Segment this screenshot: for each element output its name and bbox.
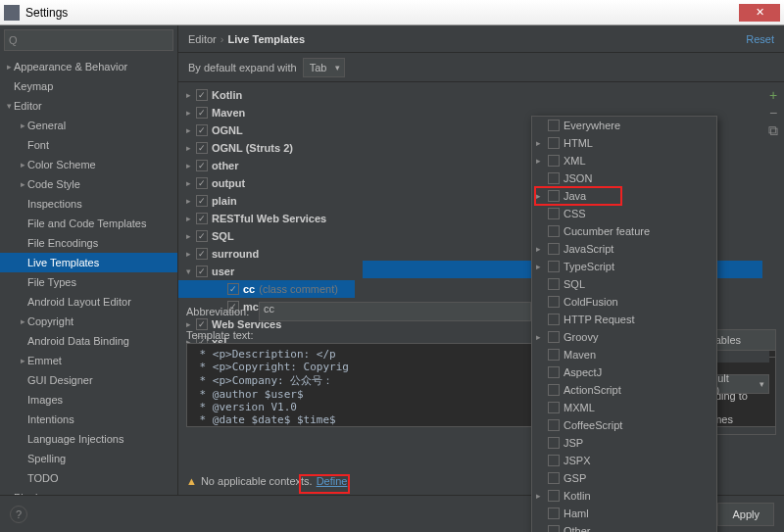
- nav-item[interactable]: TODO: [0, 468, 177, 488]
- search-input[interactable]: Q: [4, 29, 173, 51]
- define-link[interactable]: Define: [317, 475, 348, 487]
- copy-icon[interactable]: ⧉: [764, 121, 782, 139]
- warning-text: No applicable contexts.: [201, 475, 313, 487]
- breadcrumb-leaf: Live Templates: [227, 33, 305, 45]
- nav-item[interactable]: ▾Editor: [0, 96, 177, 116]
- context-item[interactable]: HTTP Request: [532, 311, 716, 328]
- context-item[interactable]: ColdFusion: [532, 293, 716, 311]
- template-item[interactable]: ▸plain: [178, 192, 355, 210]
- template-item[interactable]: ▸Maven: [178, 104, 355, 121]
- nav-item[interactable]: Android Layout Editor: [0, 292, 177, 312]
- abbr-input[interactable]: cc: [259, 302, 531, 321]
- chevron-right-icon: ›: [220, 33, 224, 45]
- context-item[interactable]: AspectJ: [532, 363, 716, 381]
- abbr-label: Abbreviation:: [186, 306, 259, 317]
- app-icon: [4, 5, 20, 21]
- context-item[interactable]: ▸Groovy: [532, 328, 716, 346]
- help-button[interactable]: ?: [10, 506, 27, 523]
- context-item[interactable]: ▸TypeScript: [532, 258, 716, 275]
- apply-button[interactable]: Apply: [717, 503, 774, 526]
- context-item[interactable]: Everywhere: [532, 117, 716, 134]
- close-button[interactable]: ✕: [739, 4, 780, 22]
- context-item[interactable]: Cucumber feature: [532, 222, 716, 240]
- context-item[interactable]: GSP: [532, 469, 716, 487]
- add-icon[interactable]: +: [764, 86, 782, 104]
- template-item[interactable]: ▸other: [178, 157, 355, 174]
- context-item[interactable]: ▸HTML: [532, 134, 716, 152]
- template-item[interactable]: ▸RESTful Web Services: [178, 210, 355, 227]
- context-item[interactable]: Other: [532, 522, 716, 532]
- nav-item[interactable]: Keymap: [0, 76, 177, 96]
- context-popup[interactable]: Everywhere▸HTML▸XMLJSON▸JavaCSSCucumber …: [531, 116, 717, 532]
- template-item[interactable]: ▸Kotlin: [178, 86, 355, 104]
- nav-item[interactable]: File and Code Templates: [0, 214, 177, 233]
- window-title: Settings: [25, 6, 739, 20]
- context-item[interactable]: Haml: [532, 505, 716, 522]
- nav-item[interactable]: Spelling: [0, 449, 177, 468]
- template-item[interactable]: ▸OGNL (Struts 2): [178, 139, 355, 157]
- context-item[interactable]: MXML: [532, 399, 716, 416]
- context-item[interactable]: JSON: [532, 169, 716, 187]
- nav-item[interactable]: File Encodings: [0, 233, 177, 253]
- expand-with-label: By default expand with: [188, 62, 297, 73]
- template-item[interactable]: cc(class comment): [178, 280, 355, 298]
- nav-item[interactable]: Intentions: [0, 410, 177, 429]
- context-item[interactable]: Maven: [532, 346, 716, 363]
- nav-item[interactable]: Live Templates: [0, 253, 177, 272]
- nav-item[interactable]: ▸Color Scheme: [0, 155, 177, 174]
- nav-item[interactable]: ▸General: [0, 116, 177, 135]
- nav-item[interactable]: ▸Copyright: [0, 312, 177, 331]
- context-item[interactable]: JSPX: [532, 452, 716, 469]
- context-item[interactable]: ▸Java: [532, 187, 716, 205]
- warning-icon: ▲: [186, 475, 197, 487]
- template-item[interactable]: ▸OGNL: [178, 121, 355, 139]
- context-item[interactable]: CoffeeScript: [532, 416, 716, 434]
- nav-item[interactable]: ▸Emmet: [0, 351, 177, 370]
- nav-item[interactable]: Android Data Binding: [0, 331, 177, 351]
- title-bar: Settings ✕: [0, 0, 784, 25]
- context-item[interactable]: JSP: [532, 434, 716, 452]
- template-item[interactable]: ▸SQL: [178, 227, 355, 245]
- nav-item[interactable]: Images: [0, 390, 177, 410]
- context-item[interactable]: ▸XML: [532, 152, 716, 169]
- context-item[interactable]: ▸JavaScript: [532, 240, 716, 258]
- template-item[interactable]: ▾user: [178, 263, 355, 280]
- template-item[interactable]: ▸surround: [178, 245, 355, 263]
- context-item[interactable]: ActionScript: [532, 381, 716, 399]
- nav-panel: Q ▸Appearance & BehaviorKeymap▾Editor▸Ge…: [0, 25, 178, 495]
- expand-with-select[interactable]: Tab: [303, 58, 346, 77]
- reset-link[interactable]: Reset: [746, 33, 774, 45]
- nav-item[interactable]: Font: [0, 135, 177, 155]
- nav-item[interactable]: File Types: [0, 272, 177, 292]
- list-actions: + − ⧉: [764, 86, 782, 139]
- search-icon: Q: [9, 34, 18, 46]
- nav-item[interactable]: Plugins: [0, 488, 177, 495]
- template-item[interactable]: ▸output: [178, 174, 355, 192]
- context-item[interactable]: ▸Kotlin: [532, 487, 716, 505]
- breadcrumb-root: Editor: [188, 33, 217, 45]
- nav-item[interactable]: ▸Code Style: [0, 174, 177, 194]
- breadcrumb: Editor › Live Templates Reset: [178, 25, 784, 53]
- remove-icon[interactable]: −: [764, 104, 782, 121]
- context-item[interactable]: CSS: [532, 205, 716, 222]
- nav-item[interactable]: ▸Appearance & Behavior: [0, 57, 177, 76]
- context-item[interactable]: SQL: [532, 275, 716, 293]
- nav-item[interactable]: Inspections: [0, 194, 177, 214]
- nav-item[interactable]: Language Injections: [0, 429, 177, 449]
- nav-item[interactable]: GUI Designer: [0, 370, 177, 390]
